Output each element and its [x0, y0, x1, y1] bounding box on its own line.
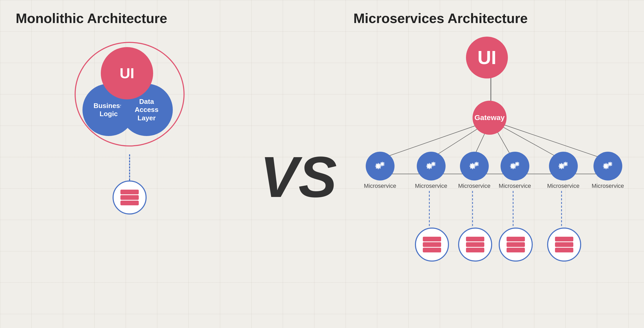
business-label: BusinessLogic: [93, 102, 124, 118]
microservice-circle-2: [417, 152, 446, 180]
micro-db-circle-2: [458, 228, 492, 262]
micro-db-icon-2: [466, 237, 484, 252]
micro-db-layer-4b: [555, 242, 573, 247]
mono-db-icon: [120, 190, 139, 205]
microservice-circle-4: [501, 152, 529, 180]
microservice-circle-6: [593, 152, 622, 180]
gear-icon-4: [507, 158, 523, 174]
microservice-node-2: Microservice: [415, 152, 447, 189]
microservice-circle-3: [460, 152, 489, 180]
micro-db-icon-4: [555, 237, 573, 252]
microservice-label-6: Microservice: [592, 183, 624, 189]
microservice-label-4: Microservice: [499, 183, 531, 189]
gear-icon-6: [600, 158, 616, 174]
mono-dashed-line: [129, 154, 130, 180]
micro-db-layer-2b: [466, 242, 484, 247]
db-layer-2: [120, 195, 139, 200]
venn-container: UI BusinessLogic DataAccessLayer: [69, 42, 190, 152]
gear-icon-5: [556, 158, 571, 174]
micro-ui-circle: UI: [466, 37, 508, 78]
gear-icon-2: [423, 158, 439, 174]
microservice-circle-5: [549, 152, 578, 180]
microservice-circle-1: [366, 152, 395, 180]
micro-db-layer-1b: [423, 242, 441, 247]
microservices-side: Microservices Architecture: [338, 0, 644, 328]
micro-db-layer-2a: [466, 237, 484, 241]
micro-db-icon-3: [507, 237, 525, 252]
gateway-circle: Gateway: [473, 101, 507, 135]
vs-text: VS: [260, 148, 337, 206]
gateway-label: Gateway: [474, 114, 504, 122]
db-layer-3: [120, 201, 139, 205]
monolithic-side: Monolithic Architecture UI BusinessLogic…: [0, 0, 259, 328]
micro-ui-label: UI: [478, 47, 496, 68]
db-layer-1: [120, 190, 139, 194]
micro-db-layer-1c: [423, 248, 441, 252]
micro-db-circle-1: [415, 228, 449, 262]
microservice-node-1: Microservice: [364, 152, 396, 189]
microservice-label-5: Microservice: [547, 183, 579, 189]
microservice-node-5: Microservice: [547, 152, 579, 189]
mono-db-circle: [113, 180, 147, 214]
micro-db-layer-4c: [555, 248, 573, 252]
microservice-node-6: Microservice: [592, 152, 624, 189]
ui-label: UI: [120, 64, 134, 82]
micro-db-node-2: [458, 228, 492, 262]
monolith-diagram: UI BusinessLogic DataAccessLayer: [69, 42, 190, 214]
micro-db-node-1: [415, 228, 449, 262]
gear-icon-1: [372, 158, 388, 174]
microservice-label-2: Microservice: [415, 183, 447, 189]
micro-db-circle-3: [499, 228, 533, 262]
micro-ui-node: UI: [466, 37, 508, 78]
microservice-node-4: Microservice: [499, 152, 531, 189]
micro-db-layer-3c: [507, 248, 525, 252]
main-container: Monolithic Architecture UI BusinessLogic…: [0, 0, 644, 328]
microservice-label-1: Microservice: [364, 183, 396, 189]
micro-db-node-4: [547, 228, 581, 262]
micro-db-layer-3b: [507, 242, 525, 247]
gateway-node: Gateway: [473, 101, 507, 135]
micro-db-node-3: [499, 228, 533, 262]
micro-diagram-container: UI Gateway M: [353, 37, 628, 293]
ui-circle: UI: [101, 47, 153, 99]
micro-db-circle-4: [547, 228, 581, 262]
micro-db-layer-2c: [466, 248, 484, 252]
micro-db-layer-3a: [507, 237, 525, 241]
microservice-node-3: Microservice: [458, 152, 490, 189]
microservice-label-3: Microservice: [458, 183, 490, 189]
gear-icon-3: [467, 158, 482, 174]
vs-divider: VS: [259, 0, 338, 328]
micro-db-layer-1a: [423, 237, 441, 241]
monolithic-title: Monolithic Architecture: [16, 10, 167, 26]
data-access-label: DataAccessLayer: [135, 98, 158, 122]
micro-db-layer-4a: [555, 237, 573, 241]
microservices-title: Microservices Architecture: [353, 10, 528, 26]
micro-db-icon-1: [423, 237, 441, 252]
